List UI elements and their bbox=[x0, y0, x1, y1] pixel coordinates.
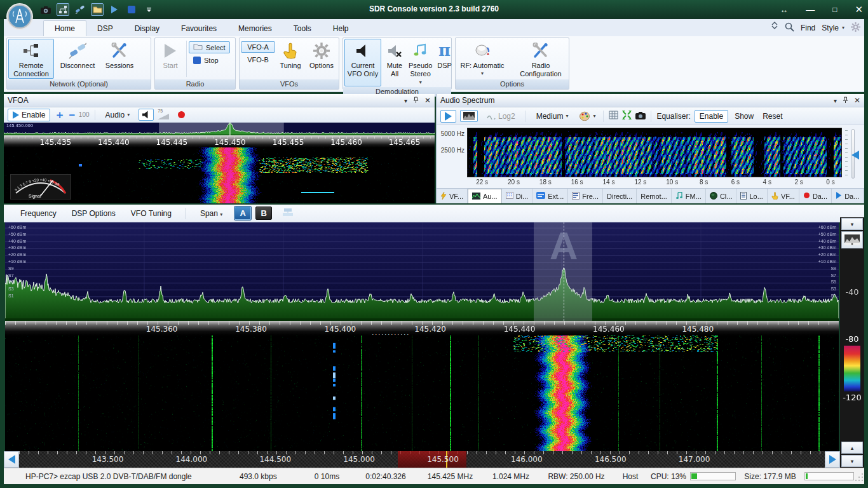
vfo-a-toggle[interactable]: A bbox=[234, 207, 251, 220]
vfoa-menu-chevron-icon[interactable]: ▾ bbox=[404, 97, 407, 104]
tab-home[interactable]: Home bbox=[43, 20, 86, 36]
current-vfo-only-button[interactable]: Current VFO Only bbox=[344, 39, 381, 86]
style-gear-icon[interactable] bbox=[851, 22, 860, 34]
dock-tab-10[interactable]: VF... bbox=[768, 189, 799, 203]
wf-scale-up-button[interactable]: ▴ bbox=[841, 442, 863, 454]
close-button[interactable]: ✕ bbox=[855, 4, 863, 15]
waterfall-intensity-scale[interactable]: -40 -80 -120 bbox=[842, 250, 862, 440]
group-label-network: Network (Optional) bbox=[7, 79, 151, 89]
dsp-button[interactable]: π DSP bbox=[437, 39, 452, 86]
nav-band-label: 145.000 bbox=[343, 455, 375, 464]
main-frequency-scale[interactable]: 145.360145.380145.400145.420145.440145.4… bbox=[5, 321, 839, 336]
ribbon-collapse-icon[interactable] bbox=[771, 22, 778, 34]
main-waterfall[interactable] bbox=[5, 336, 839, 451]
style-button[interactable]: Style▾ bbox=[822, 24, 844, 32]
resize-grip[interactable] bbox=[855, 472, 864, 481]
options-button[interactable]: Options bbox=[306, 39, 337, 79]
select-radio-button[interactable]: Select bbox=[189, 41, 230, 53]
dock-tab-3[interactable]: Ext... bbox=[532, 189, 568, 203]
vfoa-close-icon[interactable]: ✕ bbox=[424, 96, 431, 105]
vfoa-step-down-button[interactable]: – bbox=[69, 109, 74, 121]
audio-gain-slider[interactable] bbox=[844, 129, 860, 179]
vfoa-step-up-button[interactable]: ＋ bbox=[54, 107, 65, 122]
vfoa-scale-label: 145.465 bbox=[389, 138, 421, 147]
tab-tools[interactable]: Tools bbox=[283, 21, 322, 36]
tab-favourites[interactable]: Favourites bbox=[170, 21, 227, 36]
audio-spectrum-view-button[interactable] bbox=[460, 110, 478, 122]
audio-close-icon[interactable]: ✕ bbox=[854, 96, 860, 105]
tab-help[interactable]: Help bbox=[322, 21, 360, 36]
nav-right-button[interactable] bbox=[825, 451, 840, 468]
vfoa-record-button[interactable] bbox=[178, 111, 185, 118]
equaliser-enable-button[interactable]: Enable bbox=[695, 110, 728, 123]
wf-options-dropdown[interactable]: ▾ bbox=[841, 218, 863, 230]
equaliser-reset-button[interactable]: Reset bbox=[760, 110, 785, 123]
radio-configuration-button[interactable]: Radio Configuration bbox=[514, 39, 567, 79]
audio-pin-icon[interactable] bbox=[843, 97, 848, 104]
layout-icon[interactable] bbox=[282, 208, 294, 219]
dock-tab-7[interactable]: FM... bbox=[672, 189, 706, 203]
vfoa-frequency-scale[interactable]: 145.435145.440145.445145.450145.455145.4… bbox=[4, 135, 435, 147]
audio-snapshot-icon[interactable] bbox=[635, 111, 646, 121]
audio-expand-icon[interactable] bbox=[622, 111, 632, 121]
vfoa-panel: VFOA ▾ ✕ Enable ＋ – 100 Audio▾ 75 145.45… bbox=[4, 94, 435, 203]
audio-run-button[interactable] bbox=[440, 110, 456, 123]
dock-tab-0[interactable]: VF... bbox=[437, 189, 468, 203]
wf-histogram-button[interactable] bbox=[841, 231, 863, 248]
span-dropdown[interactable]: Span ▾ bbox=[193, 206, 230, 221]
vfoa-mini-spectrum[interactable]: 145.450.000 bbox=[4, 123, 435, 135]
mute-all-button[interactable]: Mute All bbox=[382, 39, 407, 86]
tab-dsp[interactable]: DSP bbox=[86, 21, 124, 36]
dock-tab-8[interactable]: Cl... bbox=[706, 189, 737, 203]
tab-memories[interactable]: Memories bbox=[227, 21, 283, 36]
wf-scale-down-button[interactable]: ▾ bbox=[841, 455, 863, 467]
remote-connection-button[interactable]: Remote Connection bbox=[8, 39, 54, 79]
app-logo[interactable] bbox=[5, 2, 34, 31]
vfoa-waterfall[interactable]: s 1 3 5 7 9 +20 +40 +60 dB Signal bbox=[4, 147, 435, 203]
dock-float-icon[interactable]: ↔ bbox=[780, 5, 788, 15]
tuning-button[interactable]: Tuning bbox=[276, 39, 305, 79]
vfo-tuning-menu[interactable]: VFO Tuning bbox=[123, 206, 179, 221]
audio-speed-dropdown[interactable]: Medium▾ bbox=[531, 110, 574, 123]
tab-display[interactable]: Display bbox=[124, 21, 170, 36]
vfoa-pin-icon[interactable] bbox=[413, 97, 419, 104]
audio-palette-dropdown[interactable]: ▾ bbox=[577, 109, 598, 123]
band-strip[interactable]: 143.500144.000144.500145.000145.500146.0… bbox=[19, 451, 825, 468]
group-label-radio: Radio bbox=[155, 79, 235, 89]
main-spectrum-display[interactable]: A +60 dBm+50 dBm+40 dBm+30 dBm+20 dBm+10… bbox=[5, 222, 839, 321]
dsp-options-menu[interactable]: DSP Options bbox=[64, 206, 123, 221]
vfo-b-button[interactable]: VFO-B bbox=[241, 54, 275, 65]
dock-tab-2[interactable]: Di... bbox=[502, 189, 533, 203]
start-button[interactable]: Start bbox=[156, 39, 184, 79]
dock-tab-4[interactable]: Fre... bbox=[568, 189, 603, 203]
equaliser-show-button[interactable]: Show bbox=[732, 110, 756, 123]
minimize-button[interactable]: — bbox=[806, 4, 815, 15]
audio-log2-button[interactable]: Log2 bbox=[482, 110, 520, 123]
dock-tab-9[interactable]: Lo... bbox=[736, 189, 767, 203]
dock-tab-1[interactable]: Au... bbox=[468, 189, 502, 203]
vfoa-volume-slider[interactable]: 75 bbox=[158, 111, 170, 119]
vfo-a-button[interactable]: VFO-A bbox=[241, 41, 275, 53]
maximize-button[interactable]: □ bbox=[832, 5, 837, 14]
rf-automatic-button[interactable]: RF: Automatic ▾ bbox=[457, 39, 508, 79]
vfoa-audio-dropdown[interactable]: Audio▾ bbox=[100, 109, 135, 121]
pseudo-stereo-button[interactable]: Pseudo Stereo ▾ bbox=[408, 39, 433, 86]
dock-tab-5[interactable]: Directi... bbox=[603, 189, 637, 203]
audio-menu-chevron-icon[interactable]: ▾ bbox=[834, 97, 837, 104]
vfo-b-toggle[interactable]: B bbox=[255, 207, 272, 220]
audio-grid-icon[interactable] bbox=[609, 111, 618, 121]
sessions-button[interactable]: Sessions bbox=[101, 39, 138, 79]
dock-tab-11[interactable]: Da... bbox=[799, 189, 832, 203]
nav-left-button[interactable] bbox=[4, 451, 19, 468]
slider-thumb-icon bbox=[851, 151, 859, 159]
dock-tab-6[interactable]: Remot... bbox=[637, 189, 672, 203]
find-button[interactable]: Find bbox=[801, 24, 815, 32]
size-progressbar bbox=[804, 472, 854, 480]
frequency-menu[interactable]: Frequency bbox=[13, 206, 64, 221]
disconnect-button[interactable]: Disconnect bbox=[55, 39, 100, 79]
vfoa-speaker-button[interactable] bbox=[139, 109, 154, 121]
stop-radio-button[interactable]: Stop bbox=[189, 55, 230, 66]
dock-tab-12[interactable]: Da... bbox=[832, 189, 864, 203]
search-icon[interactable] bbox=[785, 22, 794, 34]
vfoa-enable-button[interactable]: Enable bbox=[8, 109, 50, 121]
